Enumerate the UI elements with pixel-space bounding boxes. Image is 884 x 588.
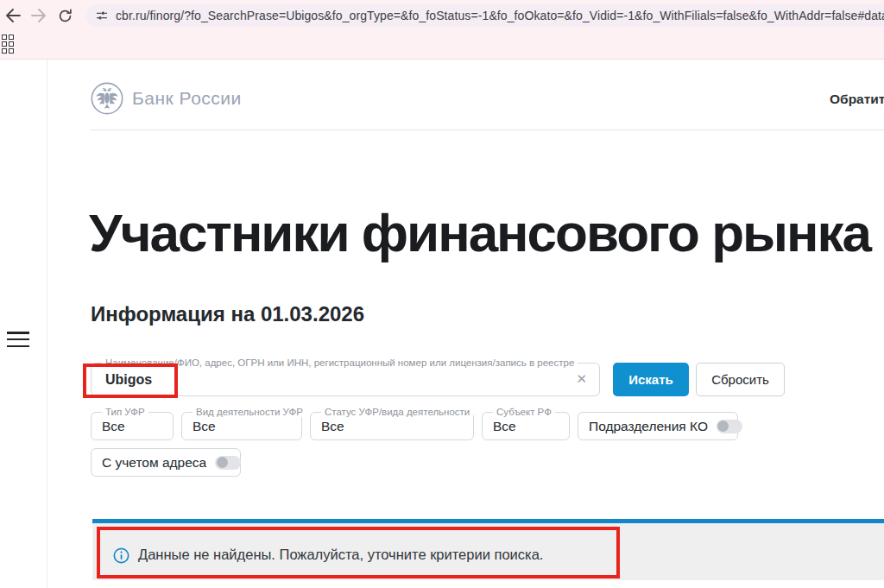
url-text[interactable]: cbr.ru/finorg/?fo_SearchPrase=Ubigos&fo_… — [116, 9, 884, 22]
filter-label: Статус УФР/вида деятельности — [321, 407, 473, 417]
menu-hamburger-icon[interactable] — [7, 332, 29, 351]
filter-value: Все — [193, 419, 216, 434]
toggle-switch-icon[interactable] — [215, 456, 241, 470]
info-icon — [113, 547, 129, 564]
toggle-label: С учетом адреса — [102, 455, 206, 471]
toggle-switch-icon[interactable] — [717, 420, 742, 433]
filter-label: Субъект РФ — [493, 407, 555, 417]
toggle-ko-subdivisions[interactable]: Подразделения КО — [578, 412, 738, 440]
info-date-heading: Информация на 01.03.2026 — [91, 302, 364, 326]
filter-status-ufr[interactable]: Статус УФР/вида деятельности Все — [310, 412, 474, 440]
filter-type-ufr[interactable]: Тип УФР Все — [91, 412, 174, 440]
site-settings-icon[interactable] — [95, 9, 109, 22]
toggle-label: Подразделения КО — [589, 419, 708, 434]
filter-value: Все — [102, 419, 125, 434]
back-icon[interactable] — [3, 7, 22, 24]
contact-link[interactable]: Обратиться — [830, 92, 884, 107]
forward-icon[interactable] — [29, 7, 48, 24]
clear-search-icon[interactable]: ✕ — [576, 371, 587, 387]
browser-toolbar: cbr.ru/finorg/?fo_SearchPrase=Ubigos&fo_… — [0, 0, 884, 60]
filter-label: Вид деятельности УФР — [193, 407, 306, 417]
search-input[interactable] — [105, 364, 563, 395]
filter-region[interactable]: Субъект РФ Все — [482, 412, 570, 440]
bank-logo-eagle-icon[interactable] — [91, 82, 123, 115]
header-divider — [91, 130, 884, 130]
toggle-with-address[interactable]: С учетом адреса — [91, 448, 241, 477]
search-button[interactable]: Искать — [613, 363, 689, 396]
search-field[interactable]: Наименование/ФИО, адрес, ОГРН или ИНН, р… — [91, 363, 600, 396]
address-bar[interactable]: cbr.ru/finorg/?fo_SearchPrase=Ubigos&fo_… — [86, 4, 884, 27]
filter-activity-ufr[interactable]: Вид деятельности УФР Все — [181, 412, 302, 440]
bank-logo-text[interactable]: Банк России — [132, 88, 242, 109]
filter-label: Тип УФР — [102, 407, 148, 417]
reset-button[interactable]: Сбросить — [696, 363, 785, 396]
reload-icon[interactable] — [55, 7, 74, 24]
page-divider-vertical — [47, 60, 47, 588]
page-title: Участники финансового рынка — [89, 202, 870, 263]
no-data-message: Данные не найдены. Пожалуйста, уточните … — [138, 547, 543, 563]
results-panel: Данные не найдены. Пожалуйста, уточните … — [92, 523, 884, 580]
filter-value: Все — [493, 419, 516, 434]
filter-value: Все — [321, 419, 344, 434]
apps-grid-icon[interactable] — [2, 35, 14, 54]
